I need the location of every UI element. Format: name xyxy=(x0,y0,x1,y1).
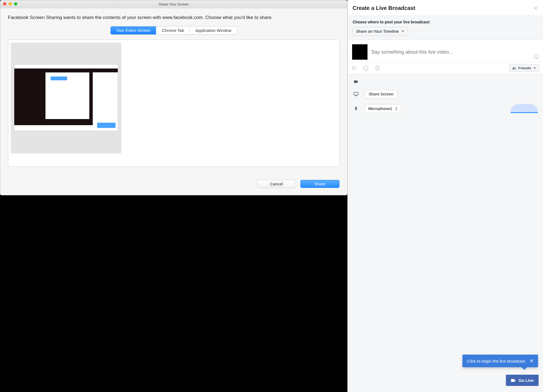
cancel-button[interactable]: Cancel xyxy=(257,180,296,188)
thumbnail-content xyxy=(14,64,118,131)
composer-toolbar: Friends xyxy=(348,62,543,74)
tag-people-icon[interactable] xyxy=(352,65,357,71)
panel-title: Create a Live Broadcast xyxy=(353,5,415,11)
tab-application-window[interactable]: Application Window xyxy=(190,26,237,34)
dialog-body: Facebook Screen Sharing wants to share t… xyxy=(0,8,347,195)
camera-row xyxy=(353,79,538,84)
close-window-button[interactable] xyxy=(3,2,6,6)
microphone-select[interactable]: Microphone1 ▲▼ xyxy=(365,104,401,113)
video-description-input[interactable] xyxy=(371,44,539,60)
friends-icon xyxy=(512,66,516,70)
microphone-icon xyxy=(353,106,359,111)
dialog-actions: Cancel Share xyxy=(8,180,339,188)
preview-area xyxy=(8,40,339,167)
audio-level-indicator xyxy=(511,104,538,113)
composer-toolbar-left xyxy=(352,65,380,71)
share-type-segmented: Your Entire Screen Chrome Tab Applicatio… xyxy=(110,26,237,35)
tab-entire-screen[interactable]: Your Entire Screen xyxy=(111,26,156,34)
composer xyxy=(348,40,543,62)
caret-down-icon xyxy=(402,31,404,32)
svg-point-3 xyxy=(352,66,354,68)
svg-point-6 xyxy=(363,66,368,70)
go-live-tooltip: Click to begin the live broadcast ✕ xyxy=(462,355,538,367)
post-destination-section: Choose where to post your live broadcast… xyxy=(348,16,543,40)
avatar xyxy=(352,44,368,60)
updown-icon: ▲▼ xyxy=(395,106,398,111)
svg-rect-10 xyxy=(354,92,358,95)
post-destination-dropdown[interactable]: Share on Your Timeline xyxy=(353,27,408,36)
camera-icon xyxy=(353,79,359,84)
svg-rect-13 xyxy=(356,110,356,111)
monitor-icon xyxy=(353,92,359,97)
audience-selector[interactable]: Friends xyxy=(509,64,539,72)
zoom-window-button[interactable] xyxy=(14,2,17,6)
feeling-icon[interactable] xyxy=(363,65,369,71)
left-pane: Share Your Screen Facebook Screen Sharin… xyxy=(0,0,347,392)
microphone-value: Microphone1 xyxy=(368,106,392,111)
stream-controls: Share Screen Microphone1 ▲▼ xyxy=(348,74,543,371)
go-live-button[interactable]: Go Live xyxy=(506,375,539,386)
minimize-window-button[interactable] xyxy=(9,2,12,6)
tab-chrome-tab[interactable]: Chrome Tab xyxy=(156,26,190,34)
panel-header: Create a Live Broadcast ✕ xyxy=(348,0,543,16)
tooltip-text: Click to begin the live broadcast xyxy=(467,359,525,363)
share-screen-dialog: Share Your Screen Facebook Screen Sharin… xyxy=(0,0,347,195)
emoji-icon[interactable] xyxy=(534,54,539,59)
mic-row: Microphone1 ▲▼ xyxy=(353,104,538,113)
post-destination-value: Share on Your Timeline xyxy=(356,29,399,34)
svg-point-9 xyxy=(377,67,378,68)
live-broadcast-panel: Create a Live Broadcast ✕ Choose where t… xyxy=(347,0,543,392)
location-icon[interactable] xyxy=(375,65,380,71)
dialog-prompt: Facebook Screen Sharing wants to share t… xyxy=(8,14,339,21)
caret-down-icon xyxy=(533,67,536,69)
dialog-title: Share Your Screen xyxy=(159,2,189,6)
panel-footer: Click to begin the live broadcast ✕ Go L… xyxy=(348,371,543,392)
svg-point-0 xyxy=(534,54,539,59)
screen-row: Share Screen xyxy=(353,90,538,98)
close-icon[interactable]: ✕ xyxy=(533,6,538,11)
traffic-lights xyxy=(3,2,17,6)
share-button[interactable]: Share xyxy=(300,180,339,188)
audience-label: Friends xyxy=(518,66,531,70)
titlebar: Share Your Screen xyxy=(0,0,347,8)
video-icon xyxy=(511,379,516,382)
choose-label: Choose where to post your live broadcast… xyxy=(353,20,538,24)
screen-thumbnail[interactable] xyxy=(11,43,121,153)
share-screen-button[interactable]: Share Screen xyxy=(365,90,398,98)
go-live-label: Go Live xyxy=(519,378,534,383)
tooltip-close-icon[interactable]: ✕ xyxy=(530,358,534,363)
desktop-background xyxy=(0,195,347,392)
